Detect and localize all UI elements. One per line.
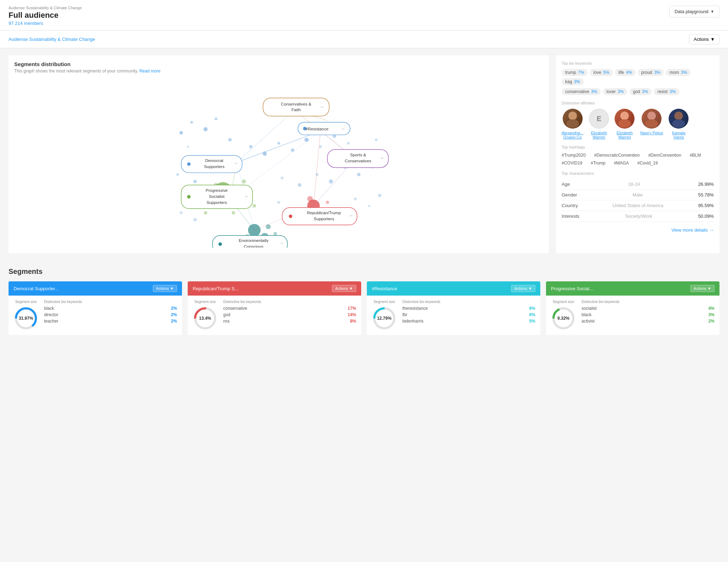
network-graph: Conservatives & Faith ✏ #Resistance ✏ De… bbox=[14, 77, 543, 248]
char-label: Gender bbox=[562, 192, 577, 198]
segments-distribution-desc: This graph shows the most relevant segme… bbox=[14, 69, 543, 74]
svg-point-46 bbox=[266, 224, 271, 229]
card-actions-button[interactable]: Actions ▼ bbox=[332, 285, 356, 292]
view-more-label: View more details bbox=[671, 227, 708, 233]
affinity-name: Nancy Pelosi bbox=[640, 131, 663, 135]
segment-card-democrat: Democrat Supporter... Actions ▼ Segment … bbox=[9, 281, 182, 335]
svg-point-48 bbox=[273, 232, 277, 236]
donut-chart: 13.4% bbox=[193, 306, 218, 331]
svg-text:#Resistance: #Resistance bbox=[305, 126, 328, 131]
size-label: Segment size bbox=[551, 300, 576, 304]
svg-point-106 bbox=[672, 119, 685, 128]
svg-point-84 bbox=[187, 195, 191, 199]
svg-point-24 bbox=[329, 179, 333, 184]
svg-text:✏: ✏ bbox=[381, 156, 384, 160]
svg-point-101 bbox=[620, 112, 629, 120]
affinity-item[interactable]: Alexandria...Ocasio-Co bbox=[562, 109, 583, 139]
svg-text:Conservatives &: Conservatives & bbox=[281, 102, 311, 106]
donut-chart: 12.79% bbox=[372, 306, 397, 331]
svg-point-100 bbox=[566, 119, 579, 128]
affinity-item[interactable]: Nancy Pelosi bbox=[640, 109, 663, 139]
size-label: Segment size bbox=[14, 300, 38, 304]
card-body: Segment size 31.97% Distinctive bio keyw… bbox=[9, 296, 182, 335]
svg-point-26 bbox=[357, 173, 360, 176]
svg-text:✏: ✏ bbox=[235, 161, 238, 166]
page-title: Full audience bbox=[9, 11, 82, 20]
hashtag: #Trump bbox=[591, 161, 605, 166]
bio-keywords-label: Distinctive bio keywords bbox=[44, 300, 177, 304]
members-count: 97 214 members bbox=[9, 21, 82, 26]
read-more-link[interactable]: Read more bbox=[139, 69, 160, 74]
card-actions-button[interactable]: Actions ▼ bbox=[690, 285, 714, 292]
bio-keyword-item: fbr 6% bbox=[402, 312, 535, 317]
svg-text:Supporters: Supporters bbox=[207, 200, 227, 205]
bio-keywords-title: Top bio keywords bbox=[562, 61, 714, 65]
characteristic-row: Age 18-24 26.99% bbox=[562, 179, 714, 190]
svg-point-30 bbox=[277, 201, 280, 204]
svg-point-41 bbox=[253, 204, 256, 208]
hashtags-row-2: #COVID19 #Trump #MAGA #Covid_19 bbox=[562, 161, 714, 166]
size-label: Segment size bbox=[372, 300, 397, 304]
affinity-name: Alexandria...Ocasio-Co bbox=[562, 131, 583, 139]
page-header: Audiense Sustainability & Climate Change… bbox=[0, 0, 728, 31]
hashtags-section: Top hashtags #Trump2020 #DemocraticConve… bbox=[562, 145, 714, 166]
svg-point-5 bbox=[228, 138, 232, 141]
svg-point-3 bbox=[215, 118, 218, 120]
svg-point-105 bbox=[674, 112, 683, 120]
card-actions-button[interactable]: Actions ▼ bbox=[153, 285, 177, 292]
bio-keyword-item: conservative 17% bbox=[223, 306, 356, 311]
hashtag: #Trump2020 bbox=[562, 153, 586, 158]
svg-point-90 bbox=[289, 215, 292, 218]
affinity-item[interactable]: KamalaHarris bbox=[669, 109, 689, 139]
svg-text:Environmentally: Environmentally bbox=[239, 238, 269, 243]
affinities-row: Alexandria...Ocasio-Co E ElizabethWarren… bbox=[562, 109, 714, 139]
data-playground-label: Data playground bbox=[675, 9, 708, 14]
segment-card-progressive: Progressive Social... Actions ▼ Segment … bbox=[546, 281, 719, 335]
svg-point-42 bbox=[204, 211, 207, 215]
top-actions-button[interactable]: Actions ▼ bbox=[689, 34, 719, 44]
keyword-tag: trump 7% bbox=[562, 69, 588, 76]
svg-point-39 bbox=[232, 211, 235, 215]
svg-point-31 bbox=[354, 198, 357, 200]
svg-text:✏: ✏ bbox=[245, 194, 248, 199]
hashtag: #Covid_19 bbox=[637, 161, 658, 166]
arrow-right-icon: → bbox=[709, 227, 714, 233]
svg-line-58 bbox=[314, 131, 321, 206]
header-left: Audiense Sustainability & Climate Change… bbox=[9, 6, 82, 26]
svg-point-15 bbox=[347, 142, 350, 145]
svg-text:✏: ✏ bbox=[280, 241, 284, 245]
view-more-link[interactable]: View more details → bbox=[562, 227, 714, 233]
svg-point-18 bbox=[176, 173, 179, 176]
size-label: Segment size bbox=[193, 300, 218, 304]
card-actions-button[interactable]: Actions ▼ bbox=[511, 285, 535, 292]
donut-chart: 31.97% bbox=[14, 306, 38, 331]
keyword-tag: kag 3% bbox=[562, 78, 584, 85]
segments-cards: Democrat Supporter... Actions ▼ Segment … bbox=[9, 281, 719, 335]
top-actions-label: Actions bbox=[694, 37, 709, 42]
segment-card-republican: Republican/Trump S... Actions ▼ Segment … bbox=[188, 281, 361, 335]
bio-keywords-label: Distinctive bio keywords bbox=[223, 300, 356, 304]
svg-point-33 bbox=[378, 194, 381, 197]
right-panel: Top bio keywords trump 7% love 5% life 4… bbox=[556, 55, 719, 253]
svg-text:Conscious: Conscious bbox=[244, 244, 263, 248]
keyword-tag: lover 3% bbox=[603, 88, 627, 95]
svg-point-11 bbox=[291, 148, 294, 152]
data-playground-button[interactable]: Data playground ▼ bbox=[669, 6, 719, 17]
affinity-item[interactable]: E ElizabethWarren bbox=[589, 109, 609, 139]
chevron-down-icon: ▼ bbox=[711, 10, 714, 13]
char-label: Interests bbox=[562, 214, 579, 219]
avatar bbox=[563, 109, 583, 129]
affinity-item[interactable]: ElizabethWarren bbox=[615, 109, 635, 139]
card-body: Segment size 9.32% Distinctive bio keywo… bbox=[546, 296, 719, 335]
bio-keyword-item: socialist 4% bbox=[582, 306, 714, 311]
breadcrumb-link[interactable]: Audiense Sustainability & Climate Change bbox=[9, 37, 95, 42]
svg-point-21 bbox=[281, 177, 284, 179]
char-label: Age bbox=[562, 182, 570, 187]
keyword-tag: life 4% bbox=[615, 69, 636, 76]
char-pct: 50.09% bbox=[698, 214, 714, 219]
card-title: Republican/Trump S... bbox=[193, 286, 239, 291]
char-value: 18-24 bbox=[628, 182, 640, 187]
svg-text:Supporters: Supporters bbox=[314, 216, 334, 221]
svg-text:✏: ✏ bbox=[342, 127, 345, 131]
svg-text:Faith: Faith bbox=[291, 107, 301, 112]
